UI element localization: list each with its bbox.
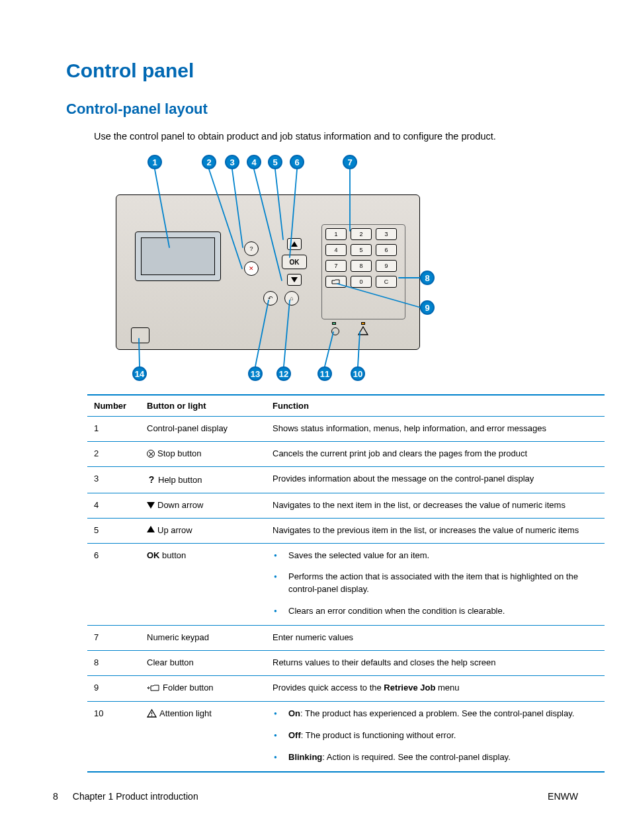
intro-text: Use the control panel to obtain product … — [94, 130, 578, 143]
col-function: Function — [266, 395, 605, 417]
table-row: 5Up arrowNavigates to the previous item … — [87, 518, 605, 543]
control-panel-table: Number Button or light Function 1Control… — [87, 394, 605, 773]
table-row: 3?Help buttonProvides information about … — [87, 466, 605, 493]
stop-icon — [147, 450, 155, 458]
chapter-label: Chapter 1 Product introduction — [73, 791, 198, 802]
table-row: 9Folder buttonProvides quick access to t… — [87, 675, 605, 702]
col-button: Button or light — [140, 395, 266, 417]
svg-line-8 — [255, 300, 269, 366]
lang-code: ENWW — [548, 791, 578, 802]
table-row: 1Control-panel displayShows status infor… — [87, 417, 605, 442]
svg-line-1 — [209, 169, 242, 269]
svg-line-9 — [284, 300, 290, 366]
svg-line-5 — [290, 169, 297, 257]
table-row: 6OK buttonSaves the selected value for a… — [87, 543, 605, 625]
table-row: 2Stop buttonCancels the current print jo… — [87, 442, 605, 467]
col-number: Number — [87, 395, 140, 417]
svg-line-2 — [232, 169, 243, 247]
svg-line-10 — [325, 332, 333, 366]
up-arrow-icon — [147, 526, 155, 532]
control-panel-diagram: 1 2 3 4 5 6 7 8 9 14 13 12 11 10 — [106, 155, 437, 386]
table-row: 8Clear buttonReturns values to their def… — [87, 650, 605, 675]
page-heading: Control panel — [66, 60, 578, 82]
section-heading: Control-panel layout — [66, 101, 578, 118]
table-row: 10Attention lightOn: The product has exp… — [87, 702, 605, 772]
folder-icon — [147, 683, 160, 696]
table-row: 7Numeric keypadEnter numeric values — [87, 625, 605, 650]
svg-line-7 — [139, 339, 140, 366]
table-row: 4Down arrowNavigates to the next item in… — [87, 493, 605, 518]
svg-line-0 — [155, 169, 169, 247]
svg-line-11 — [358, 332, 360, 366]
page-footer: 8Chapter 1 Product introduction ENWW — [53, 791, 578, 802]
help-icon: ? — [147, 473, 156, 486]
page-number: 8 — [53, 791, 58, 802]
svg-point-13 — [151, 716, 153, 717]
svg-line-4 — [275, 169, 283, 239]
attention-icon — [147, 709, 157, 722]
down-arrow-icon — [147, 502, 155, 509]
